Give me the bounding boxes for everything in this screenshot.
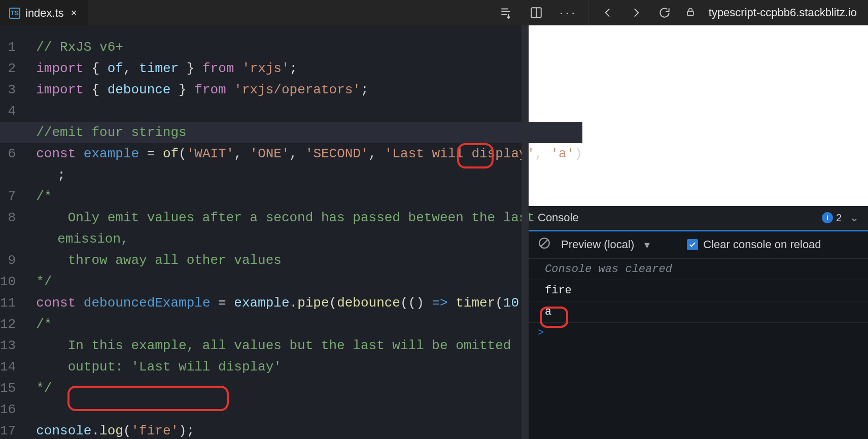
console-log-row: a — [529, 301, 868, 323]
editor-tab[interactable]: TS index.ts × — [0, 0, 88, 25]
forward-icon[interactable] — [629, 5, 644, 20]
line-number-gutter: 12345678910111213141516171819 — [0, 25, 25, 439]
close-tab-icon[interactable]: × — [69, 7, 79, 19]
code-area[interactable]: // RxJS v6+import { of, timer } from 'rx… — [25, 25, 587, 439]
topbar: TS index.ts × ··· — [0, 0, 868, 25]
console-message-count: i 2 — [822, 212, 842, 224]
code-editor[interactable]: 12345678910111213141516171819 // RxJS v6… — [0, 25, 529, 439]
console-output[interactable]: Console was clearedfirea> — [529, 259, 868, 440]
dropdown-caret-icon: ▼ — [642, 240, 651, 250]
typescript-file-icon: TS — [9, 8, 20, 19]
more-actions-icon[interactable]: ··· — [559, 6, 577, 20]
tab-filename: index.ts — [25, 7, 64, 20]
format-icon[interactable] — [498, 5, 513, 20]
checkbox-checked-icon — [687, 239, 698, 250]
chevron-down-icon[interactable]: ⌄ — [850, 211, 859, 224]
preview-url[interactable]: typescript-ccpbb6.stackblitz.io — [709, 6, 857, 19]
preview-toolbar: typescript-ccpbb6.stackblitz.io — [588, 0, 868, 25]
reload-icon[interactable] — [657, 5, 672, 20]
clear-on-reload-checkbox[interactable]: Clear console on reload — [687, 238, 821, 251]
info-badge-icon: i — [822, 212, 833, 223]
lock-icon — [685, 6, 696, 19]
editor-toolbar: ··· — [487, 0, 588, 25]
console-prompt[interactable]: > — [529, 323, 868, 343]
console-log-row: fire — [529, 280, 868, 301]
console-cleared-message: Console was cleared — [529, 259, 868, 280]
split-editor-icon[interactable] — [529, 5, 544, 20]
svg-rect-2 — [687, 11, 693, 15]
back-icon[interactable] — [600, 5, 615, 20]
